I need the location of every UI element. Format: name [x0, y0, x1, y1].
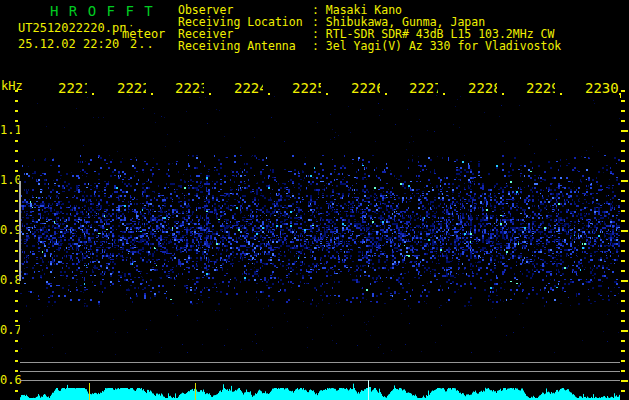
freq-minor-tick: [15, 90, 18, 92]
freq-minor-tick-right: [621, 160, 625, 162]
freq-minor-tick: [15, 100, 18, 102]
freq-minor-tick: [15, 250, 18, 252]
freq-minor-tick-right: [621, 390, 625, 392]
freq-minor-tick: [15, 310, 18, 312]
current-datetime: 25.12.02 22:20: [18, 37, 119, 51]
freq-minor-tick-right: [621, 90, 625, 92]
freq-minor-tick-right: [621, 260, 625, 262]
freq-minor-tick-right: [621, 120, 625, 122]
freq-minor-tick-right: [621, 100, 625, 102]
time-axis-label: 2229: [526, 80, 555, 93]
freq-major-tick-right: [621, 230, 628, 232]
freq-major-tick-right: [621, 280, 628, 282]
freq-minor-tick-right: [621, 300, 625, 302]
output-filename: UT2512022220.pn: [18, 21, 126, 35]
freq-axis-label: 0.7: [0, 324, 20, 337]
freq-minor-tick: [15, 390, 18, 392]
freq-minor-tick-right: [621, 220, 625, 222]
time-axis-label: 2230: [585, 80, 623, 93]
freq-minor-tick-right: [621, 170, 625, 172]
freq-minor-tick-right: [621, 240, 625, 242]
time-axis-label: 2227: [409, 80, 438, 93]
freq-major-tick-right: [621, 130, 628, 132]
freq-minor-tick: [15, 340, 18, 342]
freq-minor-tick-right: [621, 210, 625, 212]
time-axis-label: 2224: [234, 80, 263, 93]
freq-minor-tick-right: [621, 340, 625, 342]
freq-minor-tick-right: [621, 290, 625, 292]
freq-minor-tick: [15, 260, 18, 262]
freq-minor-tick: [15, 270, 18, 272]
freq-minor-tick-right: [621, 270, 625, 272]
app-title: H R O F F T: [50, 3, 154, 19]
freq-minor-tick: [15, 110, 18, 112]
freq-axis-label: 0.6: [0, 374, 20, 387]
band-edge-marker: [19, 181, 21, 281]
freq-minor-tick: [15, 370, 18, 372]
freq-axis-label: 0.9: [0, 224, 20, 237]
level-ref-line: [20, 371, 620, 372]
event-marker-line: [195, 383, 196, 400]
time-axis-label: 2221: [58, 80, 87, 93]
freq-minor-tick: [15, 170, 18, 172]
freq-axis-label: 1.0: [0, 174, 20, 187]
freq-minor-tick-right: [621, 320, 625, 322]
hrofft-window: H R O F F T UT2512022220.pn ·· meteor 25…: [0, 0, 629, 400]
freq-minor-tick: [15, 150, 18, 152]
freq-minor-tick-right: [621, 200, 625, 202]
freq-minor-tick-right: [621, 350, 625, 352]
freq-minor-tick-right: [621, 140, 625, 142]
info-value: : 3el Yagi(V) Az 330 for Vladivostok: [312, 40, 561, 52]
time-axis-label: 2226: [351, 80, 380, 93]
freq-minor-tick-right: [621, 190, 625, 192]
time-axis-label: 2225: [292, 80, 321, 93]
time-axis-label: 2228: [468, 80, 497, 93]
info-row: Receiving Antenna: 3el Yagi(V) Az 330 fo…: [178, 40, 561, 52]
freq-minor-tick: [15, 190, 18, 192]
freq-axis-label: 0.8: [0, 274, 20, 287]
freq-minor-tick: [15, 120, 18, 122]
freq-minor-tick: [15, 320, 18, 322]
level-ref-line: [20, 362, 620, 363]
freq-minor-tick-right: [621, 250, 625, 252]
freq-minor-tick-right: [621, 370, 625, 372]
freq-minor-tick-right: [621, 150, 625, 152]
freq-minor-tick: [15, 140, 18, 142]
info-label: Receiving Antenna: [178, 40, 312, 52]
freq-minor-tick: [15, 350, 18, 352]
time-axis-label: 2223: [175, 80, 204, 93]
freq-axis-unit: kHz: [1, 79, 23, 93]
freq-minor-tick: [15, 160, 18, 162]
freq-major-tick-right: [621, 380, 628, 382]
noise-level-graph-canvas: [20, 378, 620, 400]
event-marker-line: [89, 383, 90, 400]
freq-minor-tick: [15, 200, 18, 202]
freq-minor-tick-right: [621, 360, 625, 362]
freq-minor-tick: [15, 220, 18, 222]
second-counter: 2..: [130, 37, 155, 51]
time-axis-label: 2222: [117, 80, 146, 93]
freq-minor-tick-right: [621, 310, 625, 312]
observer-info-block: Observer: Masaki KanoReceiving Location:…: [178, 4, 561, 52]
freq-minor-tick-right: [621, 110, 625, 112]
freq-axis-label: 1.1: [0, 124, 20, 137]
freq-major-tick-right: [621, 330, 628, 332]
spectrogram-canvas: [20, 95, 620, 361]
freq-minor-tick: [15, 290, 18, 292]
freq-minor-tick: [15, 360, 18, 362]
freq-major-tick-right: [621, 180, 628, 182]
freq-minor-tick: [15, 240, 18, 242]
freq-minor-tick: [15, 300, 18, 302]
freq-minor-tick: [15, 210, 18, 212]
